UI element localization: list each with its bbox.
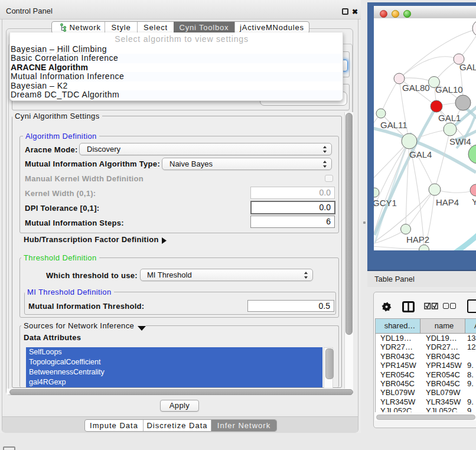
svg-text:GCY1: GCY1 [374, 198, 397, 208]
svg-text:Y: Y [472, 197, 476, 207]
svg-text:HAP4: HAP4 [436, 197, 459, 207]
svg-text:GAL80: GAL80 [402, 83, 430, 93]
svg-text:SWI4: SWI4 [449, 136, 471, 146]
svg-text:GAL4: GAL4 [409, 149, 432, 159]
svg-text:GAL10: GAL10 [435, 84, 463, 94]
svg-text:HAP2: HAP2 [406, 234, 429, 244]
svg-text:GAL8: GAL8 [459, 62, 476, 72]
svg-text:GAL1: GAL1 [438, 113, 461, 123]
svg-text:GAL11: GAL11 [380, 120, 407, 130]
